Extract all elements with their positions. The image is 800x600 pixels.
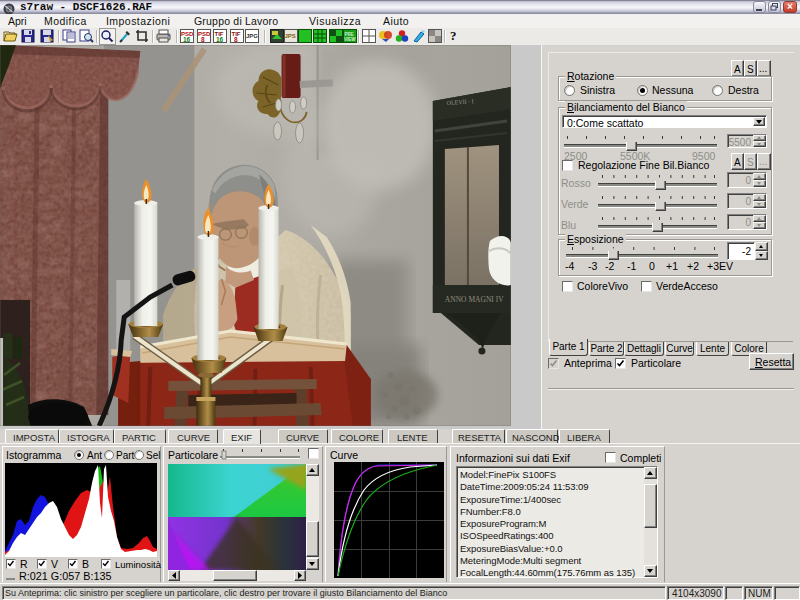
svg-text:VIEW: VIEW	[344, 37, 356, 42]
svg-text:?: ?	[450, 28, 457, 43]
svg-text:JPS: JPS	[285, 33, 296, 39]
svg-text:16: 16	[183, 36, 191, 43]
svg-text:ANNO MAGNI IV: ANNO MAGNI IV	[445, 295, 504, 304]
svg-text:JPG: JPG	[246, 33, 258, 39]
svg-text:8: 8	[234, 36, 238, 43]
svg-text:PRE: PRE	[345, 32, 354, 37]
svg-text:16: 16	[216, 36, 224, 43]
svg-text:8: 8	[201, 36, 205, 43]
